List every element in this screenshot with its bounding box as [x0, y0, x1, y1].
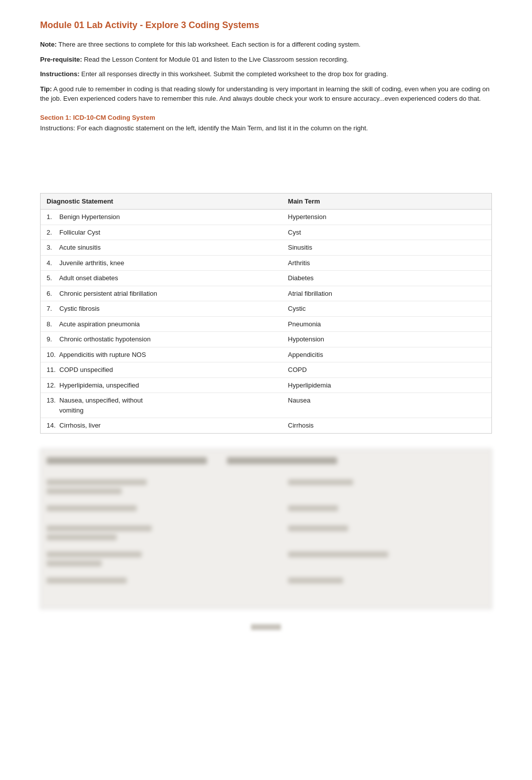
instructions-label: Instructions:: [40, 70, 80, 78]
diagnostic-cell: 12. Hyperlipidemia, unspecified: [47, 380, 288, 391]
table-row: 5. Adult onset diabetes Diabetes: [41, 271, 491, 286]
main-term-cell: Diabetes: [288, 273, 485, 283]
table-row: 11. COPD unspecified COPD: [41, 362, 491, 378]
tip-block: Tip: A good rule to remember in coding i…: [40, 84, 492, 104]
pagination: [40, 624, 492, 632]
table-row: 8. Acute aspiration pneumonia Pneumonia: [41, 317, 491, 332]
section1-header: Section 1: ICD-10-CM Coding System: [40, 114, 492, 121]
diagnostic-cell: 14. Cirrhosis, liver: [47, 421, 288, 431]
diagnostic-cell: 9. Chronic orthostatic hypotension: [47, 334, 288, 344]
prereq-label: Pre-requisite:: [40, 56, 82, 63]
table-row: 13. Nausea, unspecified, without vomitin…: [41, 393, 491, 418]
table-row: 2. Follicular Cyst Cyst: [41, 225, 491, 241]
page-title: Module 01 Lab Activity - Explore 3 Codin…: [40, 20, 492, 31]
main-term-cell: Cystic: [288, 304, 485, 314]
instructions-text: Enter all responses directly in this wor…: [81, 70, 388, 78]
section1-instructions-text: For each diagnostic statement on the lef…: [77, 124, 368, 132]
col-diagnostic-header: Diagnostic Statement: [47, 198, 288, 205]
tip-text: A good rule to remember in coding is tha…: [40, 85, 489, 103]
diagnostic-cell: 10. Appendicitis with rupture NOS: [47, 350, 288, 360]
prereq-block: Pre-requisite: Read the Lesson Content f…: [40, 55, 492, 65]
blurred-content: [40, 449, 492, 609]
diagnostic-table: Diagnostic Statement Main Term 1. Benign…: [40, 193, 492, 434]
main-term-cell: COPD: [288, 365, 485, 375]
table-row: 7. Cystic fibrosis Cystic: [41, 301, 491, 317]
diagnostic-cell: 2. Follicular Cyst: [47, 228, 288, 238]
main-term-cell: Sinusitis: [288, 243, 485, 253]
table-row: 14. Cirrhosis, liver Cirrhosis: [41, 418, 491, 433]
col-main-term-header: Main Term: [288, 198, 485, 205]
main-term-cell: Pneumonia: [288, 319, 485, 329]
table-row: 1. Benign Hypertension Hypertension: [41, 210, 491, 225]
main-term-cell: Hyperlipidemia: [288, 380, 485, 391]
main-term-cell: Nausea: [288, 396, 485, 406]
diagnostic-cell: 7. Cystic fibrosis: [47, 304, 288, 314]
section1-instructions: Instructions: For each diagnostic statem…: [40, 123, 492, 133]
table-row: 4. Juvenile arthritis, knee Arthritis: [41, 256, 491, 271]
main-term-cell: Atrial fibrillation: [288, 289, 485, 299]
prereq-text: Read the Lesson Content for Module 01 an…: [84, 56, 348, 63]
table-header: Diagnostic Statement Main Term: [41, 193, 491, 210]
diagnostic-cell: 5. Adult onset diabetes: [47, 273, 288, 283]
diagnostic-cell: 1. Benign Hypertension: [47, 212, 288, 222]
table-row: 12. Hyperlipidemia, unspecified Hyperlip…: [41, 378, 491, 394]
note-block: Note: There are three sections to comple…: [40, 40, 492, 50]
main-term-cell: Hypotension: [288, 334, 485, 344]
table-row: 10. Appendicitis with rupture NOS Append…: [41, 347, 491, 363]
diagnostic-cell: 8. Acute aspiration pneumonia: [47, 319, 288, 329]
diagnostic-cell: 11. COPD unspecified: [47, 365, 288, 375]
tip-label: Tip:: [40, 85, 52, 93]
note-text: There are three sections to complete for…: [59, 41, 361, 48]
instructions-block: Instructions: Enter all responses direct…: [40, 69, 492, 79]
note-label: Note:: [40, 41, 57, 48]
diagnostic-cell: 13. Nausea, unspecified, without vomitin…: [47, 396, 288, 415]
table-row: 9. Chronic orthostatic hypotension Hypot…: [41, 332, 491, 347]
diagnostic-cell: 6. Chronic persistent atrial fibrillatio…: [47, 289, 288, 299]
main-term-cell: Cirrhosis: [288, 421, 485, 431]
main-term-cell: Arthritis: [288, 258, 485, 268]
main-term-cell: Hypertension: [288, 212, 485, 222]
diagnostic-cell: 3. Acute sinusitis: [47, 243, 288, 253]
section1-instructions-label: Instructions:: [40, 124, 75, 132]
diagnostic-cell: 4. Juvenile arthritis, knee: [47, 258, 288, 268]
main-term-cell: Cyst: [288, 228, 485, 238]
table-row: 3. Acute sinusitis Sinusitis: [41, 240, 491, 256]
table-row: 6. Chronic persistent atrial fibrillatio…: [41, 286, 491, 302]
main-term-cell: Appendicitis: [288, 350, 485, 360]
